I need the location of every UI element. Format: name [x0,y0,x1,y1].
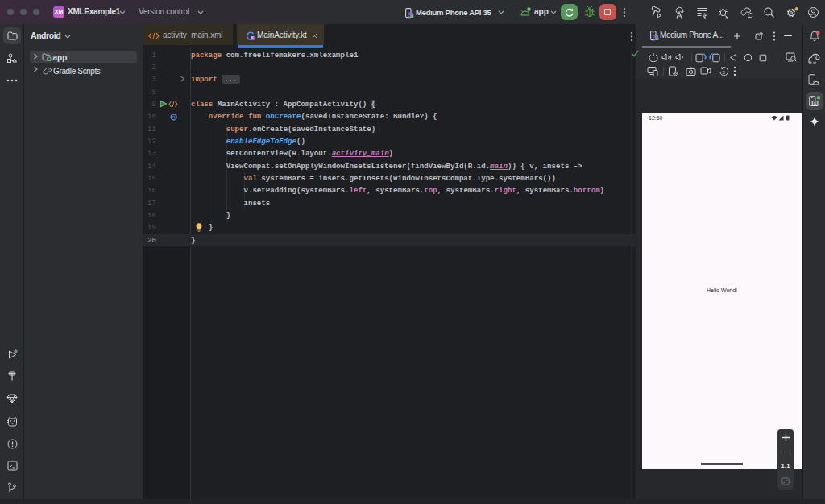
svg-text:K: K [251,36,254,40]
svg-text:5: 5 [723,70,726,75]
